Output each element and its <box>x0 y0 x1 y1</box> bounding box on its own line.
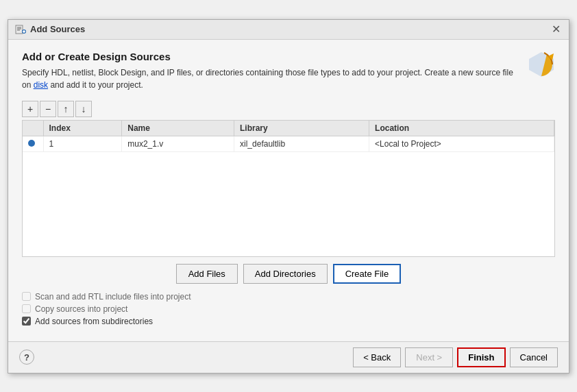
next-button[interactable]: Next > <box>405 347 453 367</box>
header-section: Add or Create Design Sources Specify HDL… <box>22 51 555 101</box>
footer-left: ? <box>19 350 34 365</box>
add-directories-button[interactable]: Add Directories <box>243 264 328 284</box>
scan-rtl-label: Scan and add RTL include files into proj… <box>35 292 191 302</box>
svg-rect-0 <box>16 25 23 34</box>
col-indicator <box>23 121 43 136</box>
header-text: Add or Create Design Sources Specify HDL… <box>22 51 521 101</box>
add-subdirs-checkbox-row[interactable]: Add sources from subdirectories <box>22 317 555 326</box>
copy-sources-label: Copy sources into project <box>35 304 127 314</box>
desc-part3: and add it to your project. <box>50 80 143 90</box>
sources-table-container: Index Name Library Location 1 mux2_1.v x… <box>22 120 555 257</box>
table-header-row: Index Name Library Location <box>23 121 554 136</box>
finish-button[interactable]: Finish <box>457 347 505 367</box>
footer-right: < Back Next > Finish Cancel <box>353 347 558 367</box>
move-down-toolbar-button[interactable]: ↓ <box>75 101 92 117</box>
desc-link[interactable]: disk <box>34 80 48 90</box>
back-button[interactable]: < Back <box>353 347 401 367</box>
sources-table: Index Name Library Location 1 mux2_1.v x… <box>23 121 554 152</box>
dialog-footer: ? < Back Next > Finish Cancel <box>8 341 569 373</box>
scan-rtl-checkbox[interactable] <box>22 292 31 301</box>
description: Specify HDL, netlist, Block Design, and … <box>22 66 521 91</box>
copy-sources-checkbox-row[interactable]: Copy sources into project <box>22 304 555 314</box>
page-title: Add or Create Design Sources <box>22 51 521 62</box>
status-dot <box>28 140 35 147</box>
dialog-icon <box>15 24 26 35</box>
add-files-button[interactable]: Add Files <box>176 264 238 284</box>
add-file-toolbar-button[interactable]: + <box>22 101 38 117</box>
remove-file-toolbar-button[interactable]: − <box>40 101 56 117</box>
add-sources-dialog: Add Sources ✕ Add or Create Design Sourc… <box>8 19 569 373</box>
row-indicator <box>23 136 43 151</box>
title-bar: Add Sources ✕ <box>8 20 569 40</box>
action-buttons: Add Files Add Directories Create File <box>22 257 555 288</box>
table-body: 1 mux2_1.v xil_defaultlib <Local to Proj… <box>23 136 554 151</box>
add-subdirs-checkbox[interactable] <box>22 317 31 326</box>
col-name: Name <box>122 121 234 136</box>
cancel-button[interactable]: Cancel <box>510 347 558 367</box>
xilinx-logo <box>528 51 555 78</box>
add-subdirs-label: Add sources from subdirectories <box>35 317 153 326</box>
col-index: Index <box>43 121 122 136</box>
row-name: mux2_1.v <box>122 136 234 151</box>
dialog-content: Add or Create Design Sources Specify HDL… <box>8 40 569 341</box>
table-row[interactable]: 1 mux2_1.v xil_defaultlib <Local to Proj… <box>23 136 554 151</box>
scan-rtl-checkbox-row[interactable]: Scan and add RTL include files into proj… <box>22 292 555 302</box>
file-toolbar: + − ↑ ↓ <box>22 101 555 117</box>
copy-sources-checkbox[interactable] <box>22 304 31 313</box>
row-library: xil_defaultlib <box>234 136 369 151</box>
help-button[interactable]: ? <box>19 350 34 365</box>
title-bar-left: Add Sources <box>15 24 85 35</box>
close-button[interactable]: ✕ <box>550 24 562 35</box>
options-checkboxes: Scan and add RTL include files into proj… <box>22 288 555 330</box>
move-up-toolbar-button[interactable]: ↑ <box>58 101 74 117</box>
row-index: 1 <box>43 136 122 151</box>
col-library: Library <box>234 121 369 136</box>
dialog-title: Add Sources <box>30 24 85 34</box>
col-location: Location <box>369 121 554 136</box>
row-location: <Local to Project> <box>369 136 554 151</box>
create-file-button[interactable]: Create File <box>333 264 402 284</box>
